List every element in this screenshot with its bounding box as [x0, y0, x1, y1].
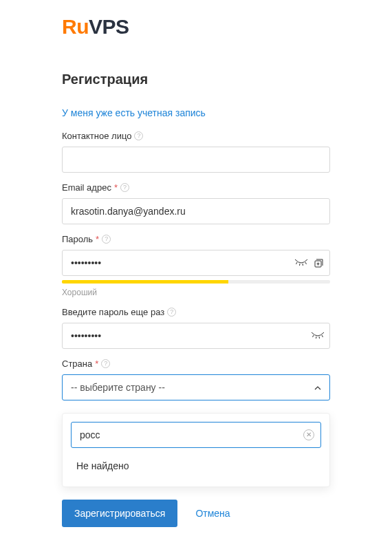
password-field-group: Пароль* ? — [62, 234, 330, 284]
password-strength-bar — [62, 280, 330, 284]
svg-line-0 — [296, 262, 298, 264]
clear-icon[interactable]: ✕ — [303, 429, 314, 440]
page-title: Регистрация — [62, 72, 330, 87]
generate-password-icon[interactable] — [314, 257, 325, 268]
password-strength-label: Хороший — [62, 288, 330, 297]
svg-line-10 — [322, 335, 323, 337]
country-label: Страна — [62, 359, 92, 369]
existing-account-link[interactable]: У меня уже есть учетная запись — [62, 107, 206, 118]
logo-vps: VPS — [89, 15, 129, 38]
svg-line-1 — [300, 264, 301, 266]
contact-field-group: Контактное лицо ? — [62, 131, 330, 173]
svg-line-8 — [316, 336, 317, 339]
required-mark: * — [95, 359, 98, 369]
country-search-input[interactable] — [71, 422, 321, 448]
contact-input[interactable] — [62, 147, 330, 173]
cancel-link[interactable]: Отмена — [195, 508, 230, 519]
help-icon[interactable]: ? — [102, 235, 111, 244]
country-select-value: -- выберите страну -- — [71, 382, 165, 393]
help-icon[interactable]: ? — [134, 131, 143, 140]
submit-button[interactable]: Зарегистрироваться — [62, 500, 177, 527]
eye-icon[interactable] — [294, 259, 308, 267]
password-label: Пароль — [62, 234, 93, 244]
password-confirm-label: Введите пароль еще раз — [62, 307, 164, 317]
help-icon[interactable]: ? — [167, 308, 176, 317]
password-strength-fill — [62, 280, 228, 284]
dropdown-no-results: Не найдено — [71, 448, 321, 478]
country-dropdown-panel: ✕ Не найдено — [62, 413, 330, 487]
password-confirm-input[interactable] — [62, 323, 330, 349]
help-icon[interactable]: ? — [101, 359, 110, 368]
svg-line-7 — [313, 335, 314, 337]
svg-line-9 — [319, 336, 320, 339]
country-select[interactable]: -- выберите страну -- — [62, 374, 330, 400]
required-mark: * — [96, 234, 99, 244]
password-input[interactable] — [62, 250, 330, 276]
email-field-group: Email адрес* ? — [62, 182, 330, 224]
help-icon[interactable]: ? — [120, 183, 129, 192]
country-field-group: Страна* ? -- выберите страну -- ✕ Не най… — [62, 359, 330, 487]
contact-label: Контактное лицо — [62, 131, 131, 141]
svg-line-3 — [305, 262, 307, 264]
password-confirm-field-group: Введите пароль еще раз ? — [62, 307, 330, 349]
logo: RuVPS — [62, 15, 330, 39]
email-label: Email адрес — [62, 182, 111, 193]
svg-line-2 — [303, 264, 303, 266]
chevron-up-icon — [314, 383, 321, 392]
email-input[interactable] — [62, 198, 330, 224]
required-mark: * — [114, 182, 118, 193]
eye-icon[interactable] — [311, 332, 325, 340]
logo-ru: Ru — [62, 15, 89, 38]
